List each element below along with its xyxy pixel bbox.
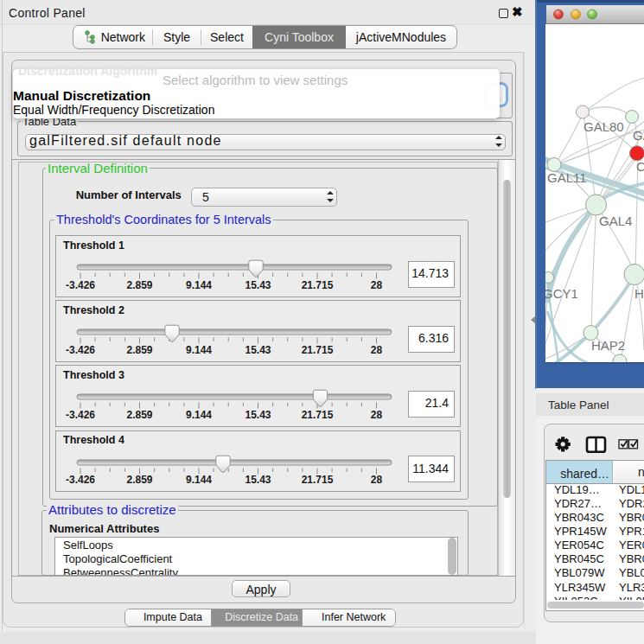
svg-text:HAP2: HAP2 <box>591 338 625 353</box>
svg-text:GA: GA <box>633 128 644 143</box>
svg-text:GCY1: GCY1 <box>543 286 578 301</box>
svg-text:GAL11: GAL11 <box>547 170 587 185</box>
svg-text:C: C <box>636 159 644 174</box>
svg-text:GAL4: GAL4 <box>599 214 632 228</box>
svg-text:GAL80: GAL80 <box>583 119 624 134</box>
svg-text:H: H <box>634 286 644 301</box>
